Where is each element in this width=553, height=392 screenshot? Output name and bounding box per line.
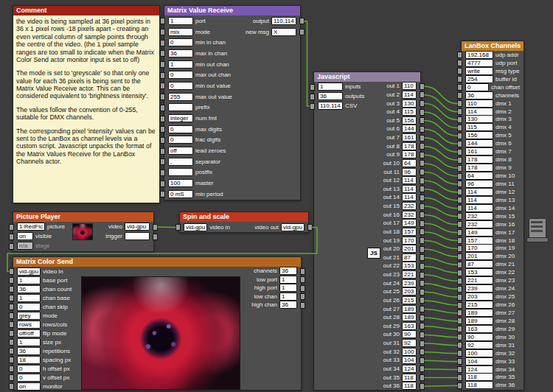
output-value[interactable]: 104 bbox=[402, 356, 417, 364]
picture-player-header[interactable]: Picture Player bbox=[13, 212, 153, 222]
input-port[interactable] bbox=[457, 125, 462, 131]
input-port[interactable] bbox=[457, 141, 462, 147]
input-value[interactable]: 36 bbox=[168, 49, 193, 57]
input-value[interactable]: 232 bbox=[465, 220, 493, 228]
output-port[interactable] bbox=[420, 340, 425, 347]
input-value[interactable]: 153 bbox=[465, 268, 493, 276]
output-port[interactable] bbox=[420, 100, 425, 107]
output-value[interactable]: 221 bbox=[402, 270, 417, 279]
input-port[interactable] bbox=[457, 213, 462, 220]
output-value[interactable]: 130 bbox=[402, 99, 417, 108]
output-value[interactable]: 161 bbox=[402, 133, 417, 141]
input-port[interactable] bbox=[457, 334, 462, 340]
input-value[interactable]: off bbox=[168, 147, 193, 155]
output-port[interactable] bbox=[420, 246, 425, 253]
output-port[interactable] bbox=[420, 109, 425, 116]
input-value[interactable]: 0 bbox=[168, 71, 193, 79]
output-port[interactable] bbox=[420, 117, 425, 124]
input-port[interactable] bbox=[310, 94, 315, 100]
input-value[interactable]: 161 bbox=[465, 147, 493, 155]
output-value[interactable]: 144 bbox=[402, 125, 417, 133]
input-port[interactable] bbox=[457, 374, 462, 381]
output-value[interactable]: 157 bbox=[402, 228, 417, 236]
input-port[interactable] bbox=[457, 229, 462, 236]
output-port[interactable] bbox=[420, 237, 425, 244]
output-value[interactable]: 110,114 bbox=[271, 17, 296, 25]
input-value[interactable]: 1 bbox=[318, 83, 343, 91]
input-port[interactable] bbox=[457, 262, 462, 268]
input-port[interactable] bbox=[160, 61, 165, 68]
output-port[interactable] bbox=[420, 203, 425, 210]
input-value[interactable]: 189 bbox=[465, 317, 493, 325]
output-value[interactable]: 232 bbox=[402, 211, 417, 219]
input-value[interactable]: grey bbox=[17, 312, 41, 320]
output-value[interactable]: 149 bbox=[402, 219, 417, 227]
input-value[interactable]: 114 bbox=[465, 108, 493, 116]
input-value[interactable]: 178 bbox=[465, 164, 493, 172]
matrix-value-receive-header[interactable]: Matrix Value Receive bbox=[164, 6, 300, 15]
input-port[interactable] bbox=[9, 374, 14, 381]
input-port[interactable] bbox=[310, 84, 315, 91]
input-port[interactable] bbox=[457, 108, 462, 115]
input-port[interactable] bbox=[457, 270, 462, 276]
output-value[interactable]: 110 bbox=[402, 82, 417, 90]
input-port[interactable] bbox=[457, 197, 462, 203]
input-value[interactable]: 0 bbox=[17, 365, 41, 373]
input-value[interactable]: off/off bbox=[17, 329, 41, 337]
output-value[interactable]: 64 bbox=[402, 159, 417, 167]
input-port[interactable] bbox=[9, 321, 14, 328]
input-value[interactable] bbox=[168, 168, 193, 176]
input-value[interactable]: 114 bbox=[465, 188, 493, 196]
input-value[interactable]: vid-gpu bbox=[17, 267, 41, 276]
input-port[interactable] bbox=[160, 191, 165, 197]
input-value[interactable]: 156 bbox=[465, 131, 493, 139]
input-port[interactable] bbox=[160, 137, 165, 144]
input-port[interactable] bbox=[457, 165, 462, 172]
input-port[interactable] bbox=[9, 286, 14, 293]
input-port[interactable] bbox=[160, 29, 165, 35]
output-value[interactable]: X bbox=[271, 28, 296, 36]
output-value[interactable]: 114 bbox=[402, 193, 417, 201]
input-port[interactable] bbox=[457, 221, 462, 228]
input-port[interactable] bbox=[457, 84, 462, 91]
output-value[interactable]: 201 bbox=[402, 245, 417, 253]
output-value[interactable]: 178 bbox=[402, 150, 417, 158]
input-value[interactable] bbox=[168, 103, 193, 111]
input-value[interactable]: 36 bbox=[318, 92, 343, 100]
spin-and-scale-header[interactable]: Spin and scale bbox=[180, 212, 308, 222]
input-value[interactable]: 178 bbox=[465, 155, 493, 164]
input-port[interactable] bbox=[160, 105, 165, 111]
video-out-value[interactable]: vid-gpu bbox=[281, 223, 305, 231]
input-value[interactable]: 255 bbox=[168, 93, 193, 101]
output-value[interactable]: 1 bbox=[279, 276, 297, 284]
input-port[interactable] bbox=[457, 133, 462, 139]
output-port[interactable] bbox=[300, 285, 305, 292]
output-port[interactable] bbox=[420, 357, 425, 364]
output-value[interactable]: 189 bbox=[402, 305, 417, 313]
input-value[interactable]: 0 bbox=[168, 136, 193, 144]
input-port[interactable] bbox=[457, 326, 462, 332]
input-port[interactable] bbox=[9, 357, 14, 363]
input-port[interactable] bbox=[160, 94, 165, 100]
output-port[interactable] bbox=[420, 83, 425, 90]
input-value[interactable]: 36 bbox=[465, 91, 493, 99]
input-port[interactable] bbox=[160, 158, 165, 165]
output-port[interactable] bbox=[420, 152, 425, 158]
input-value[interactable]: 1 bbox=[17, 294, 41, 302]
input-value[interactable]: 0 bbox=[168, 125, 193, 133]
input-value[interactable]: mix bbox=[168, 28, 193, 36]
video-output-value[interactable]: vid-gpu bbox=[125, 223, 150, 231]
javascript-header[interactable]: Javascript bbox=[314, 72, 420, 82]
picture-input-port[interactable] bbox=[9, 224, 14, 231]
input-value[interactable]: 114 bbox=[465, 196, 493, 204]
output-port[interactable] bbox=[420, 297, 425, 304]
input-port[interactable] bbox=[457, 358, 462, 365]
output-port[interactable] bbox=[420, 160, 425, 167]
input-port[interactable] bbox=[310, 103, 315, 110]
input-value[interactable]: 254 bbox=[465, 75, 493, 83]
input-port[interactable] bbox=[457, 68, 462, 74]
input-port[interactable] bbox=[9, 330, 14, 337]
input-value[interactable]: 0 mS bbox=[168, 190, 193, 198]
input-port[interactable] bbox=[457, 100, 462, 107]
output-value[interactable]: 232 bbox=[402, 202, 417, 210]
